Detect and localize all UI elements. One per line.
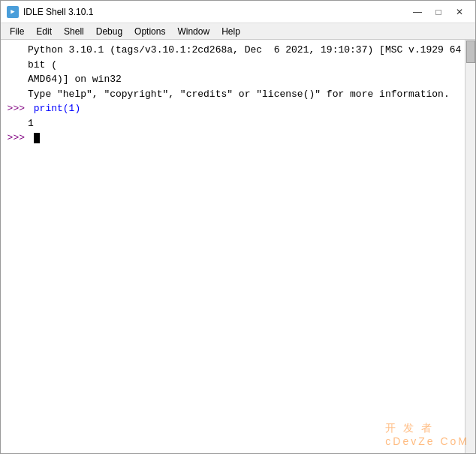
text-cursor [34,133,40,143]
maximize-button[interactable]: □ [429,5,448,20]
cursor-line[interactable]: >>> [4,131,472,146]
menu-edit[interactable]: Edit [30,25,58,38]
command-text: print(1) [28,101,80,116]
line-gutter [4,87,28,102]
minimize-button[interactable]: — [408,5,427,20]
output-line-3: Type "help", "copyright", "credits" or "… [4,87,472,102]
shell-area[interactable]: Python 3.10.1 (tags/v3.10.1:2cd268a, Dec… [1,40,475,453]
scrollbar[interactable] [465,40,475,453]
menu-help[interactable]: Help [215,25,246,38]
window-title: IDLE Shell 3.10.1 [23,7,408,17]
input-area[interactable] [28,131,40,146]
command-line-1: >>> print(1) [4,101,472,116]
title-bar: ▶ IDLE Shell 3.10.1 — □ ✕ [1,1,475,23]
menu-file[interactable]: File [4,25,30,38]
window-controls: — □ ✕ [408,5,469,20]
scrollbar-thumb[interactable] [466,41,475,63]
menu-window[interactable]: Window [171,25,215,38]
idle-window: ▶ IDLE Shell 3.10.1 — □ ✕ File Edit Shel… [0,0,476,454]
close-button[interactable]: ✕ [450,5,469,20]
app-icon-text: ▶ [11,8,14,16]
app-icon: ▶ [7,6,19,18]
line-gutter: >>> [4,131,28,146]
line-gutter [4,116,28,131]
output-text: AMD64)] on win32 [28,72,122,87]
menu-options[interactable]: Options [128,25,171,38]
output-text: Python 3.10.1 (tags/v3.10.1:2cd268a, Dec… [28,43,472,72]
menu-debug[interactable]: Debug [90,25,128,38]
output-line-2: AMD64)] on win32 [4,72,472,87]
menu-shell[interactable]: Shell [58,25,90,38]
line-gutter: >>> [4,101,28,116]
line-gutter [4,72,28,87]
output-line-1: Python 3.10.1 (tags/v3.10.1:2cd268a, Dec… [4,43,472,72]
menu-bar: File Edit Shell Debug Options Window Hel… [1,23,475,40]
output-text: Type "help", "copyright", "credits" or "… [28,87,450,102]
shell-output: Python 3.10.1 (tags/v3.10.1:2cd268a, Dec… [4,43,472,450]
line-gutter [4,43,28,72]
prompt-symbol: >>> [8,132,25,143]
prompt-symbol: >>> [8,103,25,114]
output-line-4: 1 [4,116,472,131]
output-text: 1 [28,116,34,131]
